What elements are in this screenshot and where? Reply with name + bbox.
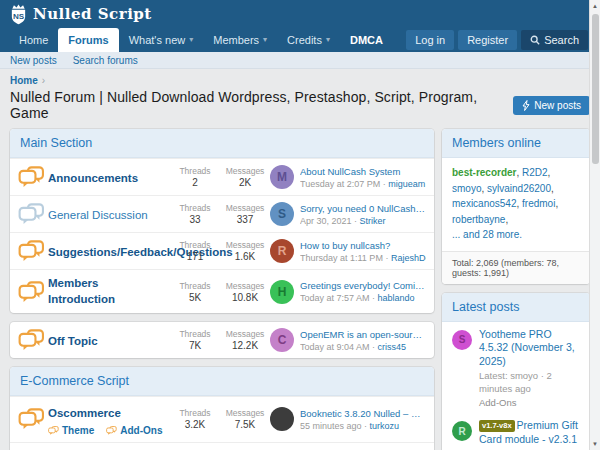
messages-stat: Messages337 [220,203,270,225]
messages-stat: Messages12.2K [220,329,270,351]
nav-home[interactable]: Home [9,28,58,52]
threads-stat: Threads171 [170,240,220,262]
scrollbar-thumb[interactable] [592,14,599,164]
subnav-search-forums[interactable]: Search forums [73,55,138,66]
site-name[interactable]: Nulled Script [33,5,152,23]
user-link[interactable]: Striker [360,216,386,226]
category-header[interactable]: Main Section [10,129,434,158]
latest-post-title[interactable]: Yootheme PRO 4.5.32 (November 3, 2025) [479,328,580,369]
scroll-up-arrow[interactable]: ▲ [590,3,600,9]
user-link[interactable]: RajeshDelulu [391,253,426,263]
forum-unread-icon [18,240,48,262]
forum-link[interactable]: General Discussion [48,208,148,224]
register-button[interactable]: Register [458,30,517,50]
forum-link[interactable]: Members Introduction [48,276,166,307]
login-button[interactable]: Log in [406,30,454,50]
more-members-link[interactable]: ... and 28 more. [452,227,580,243]
last-post-title[interactable]: About NullCash System [300,166,426,177]
avatar[interactable]: S [452,330,472,350]
members-online-list: best-recorderR2D2smoyosylvaind26200mexic… [442,158,590,251]
sub-nav: New posts Search forums [0,52,600,69]
latest-post-meta: Latest: smoyo · 2 minutes ago [479,370,580,396]
last-post: Booknetic 3.8.20 Nulled – WordPr... 55 m… [270,407,426,431]
last-post-title[interactable]: Booknetic 3.8.20 Nulled – WordPr... [300,408,426,419]
forum-link[interactable]: Off Topic [48,334,98,350]
subforum-link[interactable]: Theme [48,425,94,436]
last-post-title[interactable]: OpenEMR is an open-source healt... [300,329,426,340]
member-link[interactable]: best-recorder [452,167,522,178]
avatar[interactable]: R [270,239,294,263]
last-post-meta: Thursday at 1:11 PM · RajeshDelulu [300,253,426,263]
last-post-title[interactable]: Sorry, you need 0 NullCash to like ... [300,203,426,214]
messages-stat: Messages10.8K [220,281,270,303]
avatar[interactable]: H [270,280,294,304]
last-post-title[interactable]: How to buy nullcash? [300,240,426,251]
forum-link[interactable]: Oscommerce [48,406,121,422]
latest-post-forum[interactable]: Add-Ons [479,397,580,408]
forum-row: Suggestions/Feedback/Questions Threads17… [10,232,434,269]
chevron-down-icon: ▾ [189,28,193,52]
nav-forums[interactable]: Forums [58,28,118,52]
last-post-title[interactable]: Greetings everybody! Coming fro... [300,280,426,291]
member-link[interactable]: sylvaind26200 [487,183,554,194]
nav-dmca[interactable]: DMCA [340,28,393,52]
member-link[interactable]: R2D2 [522,167,550,178]
chevron-right-icon: › [42,75,45,86]
category-header[interactable]: E-Commerce Script [10,367,434,396]
top-header: NS Nulled Script Home Forums What's new▾… [0,0,600,52]
avatar[interactable] [270,407,294,431]
last-post-meta: Today at 9:04 AM · criss45 [300,342,426,352]
nav-whats-new[interactable]: What's new▾ [119,28,204,52]
user-link[interactable]: criss45 [378,342,407,352]
latest-post-item: R v1.7-v8xPremium Gift Card module - v2.… [442,413,590,450]
svg-text:NS: NS [13,11,25,20]
nav-members[interactable]: Members▾ [203,28,277,52]
chat-bubble-icon [48,426,59,435]
forum-row: Members Introduction Threads5K Messages1… [10,269,434,313]
subnav-new-posts[interactable]: New posts [10,55,57,66]
user-link[interactable]: hablando [378,293,415,303]
forum-link[interactable]: Announcements [48,171,138,187]
threads-stat: Threads5K [170,281,220,303]
member-link[interactable]: mexicanos542 [452,198,522,209]
user-link[interactable]: migueam [388,179,425,189]
messages-stat: Messages1.6K [220,240,270,262]
member-link[interactable]: robertbayne [452,214,508,225]
category-main-section: Main Section Announcements Threads2 Mess… [10,129,434,313]
threads-stat: Threads2 [170,166,220,188]
threads-stat: Threads3.2K [170,408,220,430]
search-button[interactable]: Search [521,30,588,50]
forum-row: Prestashop Theme Add-Ons Requests Thread… [10,442,434,450]
nav-credits[interactable]: Credits▾ [277,28,340,52]
avatar[interactable]: M [270,165,294,189]
latest-post-title[interactable]: v1.7-v8xPremium Gift Card module - v2.3.… [479,419,580,446]
breadcrumb-home[interactable]: Home [10,75,38,86]
forum-unread-icon [18,281,48,303]
threads-stat: Threads7K [170,329,220,351]
last-post: S Sorry, you need 0 NullCash to like ...… [270,202,426,226]
last-post-meta: Apr 30, 2021 · Striker [300,216,426,226]
avatar[interactable]: S [270,202,294,226]
forum-unread-icon [18,166,48,188]
member-link[interactable]: fredmoi [522,198,558,209]
main-nav: Home Forums What's new▾ Members▾ Credits… [0,28,588,52]
member-link[interactable]: smoyo [452,183,487,194]
chevron-down-icon: ▾ [263,28,267,52]
avatar[interactable]: R [452,421,472,441]
scroll-down-arrow[interactable]: ▼ [590,441,600,447]
site-logo-icon[interactable]: NS [9,4,28,25]
members-online-total: Total: 2,069 (members: 78, guests: 1,991… [442,251,590,284]
avatar[interactable]: C [270,328,294,352]
subforum-link[interactable]: Add-Ons [106,425,162,436]
new-posts-button[interactable]: New posts [513,96,590,115]
forum-row: Announcements Threads2 Messages2K M Abou… [10,158,434,195]
forum-row: Oscommerce Theme Add-Ons Threads3.2K Mes… [10,396,434,442]
chevron-down-icon: ▾ [326,28,330,52]
user-link[interactable]: turkozu [370,421,400,431]
forum-unread-icon [18,408,48,430]
last-post-meta: Tuesday at 2:07 PM · migueam [300,179,426,189]
lightning-icon [522,100,530,111]
vertical-scrollbar[interactable]: ▲ ▼ [589,0,600,450]
latest-posts-widget: Latest posts S Yootheme PRO 4.5.32 (Nove… [442,293,590,450]
last-post-meta: Today at 7:57 AM · hablando [300,293,426,303]
